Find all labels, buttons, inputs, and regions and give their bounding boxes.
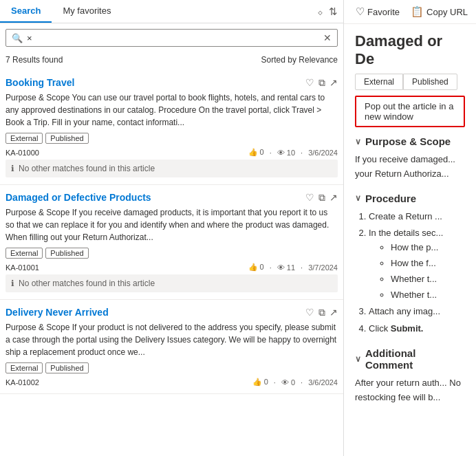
favorite-action[interactable]: ♡ Favorite [356,6,400,18]
clear-icon[interactable]: ✕ [323,32,332,43]
date: 3/6/2024 [308,378,338,387]
results-info: 7 Results found Sorted by Relevance [0,52,343,70]
article-excerpt: Purpose & Scope If you receive damaged p… [6,206,338,243]
open-icon[interactable]: ↗ [329,192,338,204]
article-actions: ♡ ⧉ ↗ [305,307,338,318]
open-icon[interactable]: ↗ [329,307,338,318]
sort-icon[interactable]: ⇅ [329,6,338,18]
no-matches-banner: ℹ No other matches found in this article [6,274,338,292]
copy-icon[interactable]: ⧉ [318,307,325,318]
article-id: KA-01001 [6,263,39,272]
tag-published: Published [45,133,88,144]
tag-external: External [6,133,43,144]
procedure-step-3: Attach any imag... [369,305,465,319]
section-content-procedure: Create a Return ... In the details sec..… [355,210,465,336]
article-item: Damaged or Defective Products ♡ ⧉ ↗ Purp… [0,185,343,300]
procedure-step-2: In the details sec... How the p... How t… [369,226,465,302]
tabs-bar: Search My favorites ⬦ ⇅ [0,0,343,23]
info-icon: ℹ [11,279,14,288]
tag-published: Published [45,362,88,373]
open-icon[interactable]: ↗ [329,77,338,89]
article-tags: External Published [6,362,338,373]
article-meta: KA-01001 👍 0 · 👁 11 · 3/7/2024 [6,263,338,272]
likes: 👍 0 [248,148,264,157]
pop-out-banner[interactable]: Pop out the article in a new window [355,96,465,127]
tab-favorites[interactable]: My favorites [52,0,122,23]
art-tab-external[interactable]: External [355,74,403,90]
right-panel: ♡ Favorite 📋 Copy URL Damaged or De Exte… [344,0,476,456]
favorite-icon[interactable]: ♡ [305,192,314,204]
filter-icon[interactable]: ⬦ [317,6,323,17]
purpose-text: If you receive damaged... your Return Au… [355,153,465,182]
section-header-additional[interactable]: ∨ Additional Comment [355,347,465,371]
article-actions: ♡ ⧉ ↗ [305,192,338,204]
date: 3/7/2024 [308,263,338,272]
info-icon: ℹ [11,164,14,173]
article-view-tabs: External Published [355,74,465,90]
favorite-icon[interactable]: ♡ [305,307,314,318]
dot-sep2: · [301,378,303,387]
search-icon: 🔍 [12,33,23,43]
copy-url-icon: 📋 [411,6,424,18]
dot-sep2: · [301,263,303,272]
chevron-icon: ∨ [355,137,361,146]
section-procedure: ∨ Procedure Create a Return ... In the d… [355,193,465,336]
views: 👁 0 [281,378,295,387]
section-purpose: ∨ Purpose & Scope If you receive damaged… [355,135,465,182]
article-title-link[interactable]: Delivery Never Arrived [6,307,109,318]
tab-search[interactable]: Search [0,0,52,23]
article-tags: External Published [6,133,338,144]
article-tags: External Published [6,248,338,259]
copy-url-label: Copy URL [426,7,468,17]
tag-external: External [6,248,43,259]
meta-stats: 👍 0 · 👁 10 · 3/6/2024 [248,148,338,157]
copy-icon[interactable]: ⧉ [318,77,325,89]
article-title-row: Delivery Never Arrived ♡ ⧉ ↗ [6,307,338,318]
views: 👁 11 [277,263,295,272]
article-meta: KA-01002 👍 0 · 👁 0 · 3/6/2024 [6,378,338,387]
section-header-purpose[interactable]: ∨ Purpose & Scope [355,135,465,147]
article-list: Booking Travel ♡ ⧉ ↗ Purpose & Scope You… [0,70,343,456]
article-title-link[interactable]: Damaged or Defective Products [6,192,151,203]
article-view-title: Damaged or De [355,32,465,68]
article-meta: KA-01000 👍 0 · 👁 10 · 3/6/2024 [6,148,338,157]
article-excerpt: Purpose & Scope You can use our travel p… [6,91,338,129]
sort-label: Sorted by Relevance [261,55,338,65]
section-additional: ∨ Additional Comment After your return a… [355,347,465,405]
copy-url-action[interactable]: 📋 Copy URL [411,6,468,18]
favorite-icon[interactable]: ♡ [305,77,314,89]
procedure-step-4: Click Submit. [369,322,465,336]
article-title-row: Booking Travel ♡ ⧉ ↗ [6,77,338,89]
section-content-additional: After your return auth... No restocking … [355,376,465,405]
article-id: KA-01002 [6,378,39,387]
section-title-procedure: Procedure [365,193,416,204]
meta-stats: 👍 0 · 👁 0 · 3/6/2024 [252,378,338,387]
heart-icon: ♡ [356,6,365,18]
article-view: Damaged or De External Published Pop out… [344,24,476,456]
procedure-sub-4: Whether t... [391,288,465,303]
no-matches-banner: ℹ No other matches found in this article [6,160,338,177]
tag-published: Published [45,248,88,259]
procedure-sub-2: How the f... [391,257,465,271]
procedure-step-1: Create a Return ... [369,210,465,224]
art-tab-published[interactable]: Published [403,74,457,90]
article-excerpt: Purpose & Scope If your product is not d… [6,321,338,358]
favorite-label: Favorite [367,7,400,17]
right-header: ♡ Favorite 📋 Copy URL [344,0,476,24]
article-id: KA-01000 [6,149,39,157]
chevron-icon: ∨ [355,354,361,364]
likes: 👍 0 [248,263,264,272]
left-panel: Search My favorites ⬦ ⇅ 🔍 ✕ 7 Results fo… [0,0,344,456]
meta-stats: 👍 0 · 👁 11 · 3/7/2024 [248,263,338,272]
article-actions: ♡ ⧉ ↗ [305,77,338,89]
copy-icon[interactable]: ⧉ [318,192,325,204]
search-bar: 🔍 ✕ [6,29,338,47]
tag-external: External [6,362,43,373]
search-input[interactable] [27,33,323,43]
article-item: Booking Travel ♡ ⧉ ↗ Purpose & Scope You… [0,70,343,185]
section-header-procedure[interactable]: ∨ Procedure [355,193,465,204]
article-title-link[interactable]: Booking Travel [6,77,74,88]
likes: 👍 0 [252,378,268,387]
no-matches-text: No other matches found in this article [19,164,155,173]
article-title-row: Damaged or Defective Products ♡ ⧉ ↗ [6,192,338,204]
